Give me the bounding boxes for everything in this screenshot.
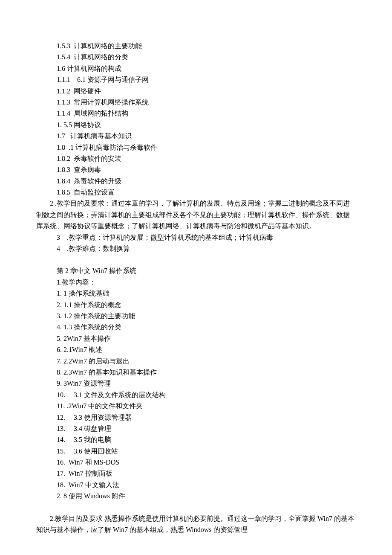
toc-line: 2. 1.1 操作系统的概念 xyxy=(36,299,356,311)
toc-line: 14. 3.5 我的电脑 xyxy=(36,434,356,445)
toc-line: 1.1.4 局域网的拓扑结构 xyxy=(36,108,356,119)
toc-line: 1.8.3 查杀病毒 xyxy=(36,164,356,175)
toc-line: 8. 2.3Win7 的基本知识和基本操作 xyxy=(36,367,356,378)
toc-line: 16. Win7 和 MS-DOS xyxy=(36,457,356,468)
toc-line: 7. 2.2Win7 的启动与退出 xyxy=(36,356,356,367)
chapter-heading: 第 2 章中文 Win7 操作系统 xyxy=(36,265,356,276)
toc-line: 15. 3.6 使用回收站 xyxy=(36,446,356,457)
toc-line: 1.8.5 自动监控设置 xyxy=(36,187,356,198)
toc-line: 13. 3.4 磁盘管理 xyxy=(36,423,356,434)
toc-line: 6. 2.1Win7 概述 xyxy=(36,344,356,355)
toc-line: 12. 3.3 使用资源管理器 xyxy=(36,412,356,423)
paragraph-difficulty: 4 .教学难点：数制换算 xyxy=(36,243,356,254)
paragraph-objective: 2 .教学目的及要求：通过本章的学习，了解计算机的发展、特点及用途；掌握二进制的… xyxy=(36,198,356,232)
toc-line: 18. Win7 中文输入法 xyxy=(36,479,356,491)
toc-line: 2. 8 使用 Windows 附件 xyxy=(36,491,356,502)
toc-line: 1.8.4 杀毒软件的升级 xyxy=(36,176,356,187)
toc-line: 11. .2Win7 中的文件和文件夹 xyxy=(36,401,356,412)
toc-line: 1.6 计算机网络的构成 xyxy=(36,63,356,74)
toc-line: 1.1.2 网络硬件 xyxy=(36,86,356,97)
toc-line: 9. 3Win7 资源管理 xyxy=(36,378,356,389)
blank-line xyxy=(36,254,356,265)
toc-line: 1.1.3 常用计算机网络操作系统 xyxy=(36,97,356,108)
toc-line: 10. 3.1 文件及文件系统的层次结构 xyxy=(36,389,356,401)
toc-line: 17. Win7 控制面板 xyxy=(36,468,356,479)
blank-line xyxy=(36,502,356,513)
toc-line: 1. 5.5 网络协议 xyxy=(36,119,356,131)
toc-line: 3. 1.2 操作系统的主要功能 xyxy=(36,311,356,322)
toc-line: 1.1.1 6.1 资源子网与通信子网 xyxy=(36,74,356,85)
toc-line: 1.7 计算机病毒基本知识 xyxy=(36,131,356,142)
paragraph-objective-2: 2.教学目的及要求 熟悉操作系统是使用计算机的必要前提。通过这一章的学习，全面掌… xyxy=(36,513,356,536)
toc-line: 1.5.4 计算机网络的分类 xyxy=(36,52,356,63)
toc-line: 1.8 .1 计算机病毒防治与杀毒软件 xyxy=(36,142,356,153)
toc-line: 4. 1.3 操作系统的分类 xyxy=(36,322,356,333)
toc-line: 1.8.2 杀毒软件的安装 xyxy=(36,153,356,164)
document-page: 1.5.3 计算机网络的主要功能 1.5.4 计算机网络的分类 1.6 计算机网… xyxy=(0,0,392,555)
toc-line: 1.教学内容： xyxy=(36,277,356,288)
toc-line: 1.5.3 计算机网络的主要功能 xyxy=(36,41,356,52)
paragraph-keypoint: 3 .教学重点：计算机的发展；微型计算机系统的基本组成；计算机病毒 xyxy=(36,232,356,243)
toc-line: 5. 2Win7 基本操作 xyxy=(36,333,356,344)
toc-line: 1. 1 操作系统基础 xyxy=(36,288,356,299)
